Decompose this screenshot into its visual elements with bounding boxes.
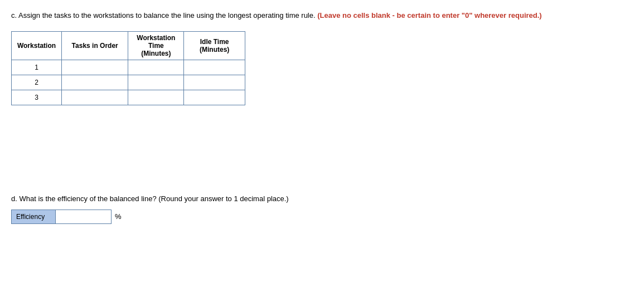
idle-time-cell-1[interactable] (184, 60, 245, 75)
ws-time-input-2[interactable] (130, 76, 181, 89)
idle-time-cell-2[interactable] (184, 75, 245, 90)
efficiency-input[interactable] (56, 210, 112, 224)
table-row: 1 (12, 60, 245, 75)
ws-number-3: 3 (12, 90, 62, 105)
efficiency-label: Efficiency (11, 210, 56, 224)
header-tasks: Tasks in Order (61, 31, 128, 60)
efficiency-row: Efficiency % (11, 210, 633, 224)
idle-time-input-2[interactable] (186, 76, 243, 89)
percent-label: % (115, 212, 122, 221)
tasks-input-cell-1[interactable] (61, 60, 128, 75)
workstation-table: Workstation Tasks in Order Workstation T… (11, 31, 245, 105)
workstation-table-wrapper: Workstation Tasks in Order Workstation T… (11, 31, 633, 105)
table-row: 2 (12, 75, 245, 90)
header-idle-time: Idle Time (Minutes) (184, 31, 245, 60)
table-row: 3 (12, 90, 245, 105)
idle-time-input-3[interactable] (186, 91, 243, 104)
tasks-input-2[interactable] (64, 76, 125, 89)
tasks-input-cell-2[interactable] (61, 75, 128, 90)
ws-number-2: 2 (12, 75, 62, 90)
ws-time-input-1[interactable] (130, 61, 181, 74)
tasks-input-1[interactable] (64, 61, 125, 74)
header-workstation: Workstation (12, 31, 62, 60)
idle-time-cell-3[interactable] (184, 90, 245, 105)
ws-time-cell-3[interactable] (128, 90, 184, 105)
tasks-input-3[interactable] (64, 91, 125, 104)
tasks-input-cell-3[interactable] (61, 90, 128, 105)
ws-time-input-3[interactable] (130, 91, 181, 104)
ws-number-1: 1 (12, 60, 62, 75)
idle-time-input-1[interactable] (186, 61, 243, 74)
section-d-label: d. What is the efficiency of the balance… (11, 194, 633, 203)
header-ws-time: Workstation Time (Minutes) (128, 31, 184, 60)
section-d: d. What is the efficiency of the balance… (11, 194, 633, 224)
ws-time-cell-2[interactable] (128, 75, 184, 90)
instruction-text: c. Assign the tasks to the workstations … (11, 10, 633, 21)
ws-time-cell-1[interactable] (128, 60, 184, 75)
